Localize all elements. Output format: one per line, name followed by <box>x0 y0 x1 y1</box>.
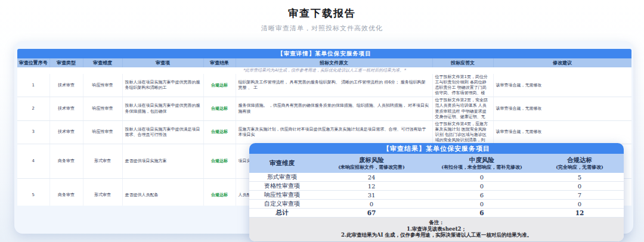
cell-dimension: 总计 <box>249 209 315 218</box>
cell-review-type: 商务审查 <box>49 178 83 206</box>
col-header-mid-risk: 中度风险 (有扣分项，未全部响应，需补充修改) <box>428 154 535 173</box>
details-header-row: 审查位置序号 审查类型 审查维度 审查项 审查结果 招标文件原文 投标应答文 修… <box>17 58 631 67</box>
cell-review-item: 是否提供项目实施方案 <box>122 144 203 179</box>
col-header-seq: 审查位置序号 <box>17 58 49 67</box>
result-note-1: 1.审查详见该表sheet2； <box>249 226 624 232</box>
cell-tender-source: 服务保障措施。 ，供应商具有完善的确保服务质量的保障措施、组织措施、人员招聘措施… <box>236 97 432 120</box>
cell-bid-response: 位于投标文件第1页，岗位分工与职责划分细则 各岗位静态职责分工 明确设置了门岗值… <box>432 74 493 97</box>
result-summary-card: 【审查结果】某单位保安服务项目 审查维度 废标风险 (未响应招标文件，需修改完善… <box>249 143 624 241</box>
col-header-fail-risk-label: 废标风险 <box>317 156 426 165</box>
col-header-compliant: 合规达标 (完全响应，无需修改) <box>535 154 624 173</box>
cell-compliant-count: 5 <box>535 173 624 182</box>
cell-bid-response: 位于投标文件第4页，应急方案及实施计划 医院安全风险识别 包括门诊区域与急诊区域… <box>432 120 493 144</box>
result-row: 响应性审查项 31 6 7 <box>249 191 624 200</box>
col-header-review-type: 审查类型 <box>49 58 83 67</box>
table-row: 3 技术审查 响应性审查 投标人须在项目实施方案中提供满足项目需求、合理且可行性… <box>17 120 631 144</box>
result-note-2: 2.此审查结果为AI 生成，仅作参考用途，实际决策请以人工逐一核对后的结果为准。 <box>249 232 624 238</box>
ai-disclaimer-row: *此审查结果均为AI生成，仅作参考用途，实际优化建议以人工逐一核对后的结果为准。… <box>17 67 631 74</box>
cell-fail-risk-count: 31 <box>315 191 428 200</box>
col-header-bid-response: 投标应答文 <box>432 58 493 67</box>
table-row: 2 技术审查 响应性审查 投标人须在项目实施方案中提供完善的服务保障措施，包括确… <box>17 97 631 120</box>
cell-seq: 2 <box>17 97 49 120</box>
cell-compliant-count: 7 <box>535 191 624 200</box>
result-row: 形式审查项 24 0 5 <box>249 173 624 182</box>
cell-fail-risk-count: 67 <box>315 209 428 218</box>
cell-advice: 该审查项合规，无需修改 <box>493 74 631 97</box>
col-header-mid-risk-label: 中度风险 <box>431 156 533 165</box>
col-header-dimension-label: 审查维度 <box>252 159 312 167</box>
cell-review-result: 合规达标 <box>203 97 236 120</box>
cell-seq: 1 <box>17 74 49 97</box>
result-row: 总计 67 6 12 <box>249 209 624 218</box>
cell-seq: 4 <box>17 144 49 179</box>
cell-bid-response: 位于投标文件第2页，安全防范人员资质与培训体系 人员资质审核流程 中明确要求提交… <box>432 97 493 120</box>
cell-dimension: 形式审查项 <box>249 173 315 182</box>
col-header-review-result: 审查结果 <box>203 58 236 67</box>
cell-review-item: 是否提供人员配备 <box>122 178 203 206</box>
col-header-review-item: 审查项 <box>122 58 203 67</box>
col-header-fail-risk-sub: (未响应招标文件，需修改完善) <box>317 165 426 170</box>
cell-advice: 该审查项合规，无需修改 <box>493 120 631 144</box>
ai-disclaimer-text: *此审查结果均为AI生成，仅作参考用途，实际优化建议以人工逐一核对后的结果为准。… <box>17 67 631 74</box>
table-row: 1 技术审查 响应性审查 投标人须在项目实施方案中提供完善的服务组织架构和清晰的… <box>17 74 631 97</box>
cell-advice: 该审查项合规，无需修改 <box>493 97 631 120</box>
col-header-compliant-sub: (完全响应，无需修改) <box>538 165 621 170</box>
cell-compliant-count: 12 <box>535 209 624 218</box>
page-subtitle: 清晰审查清单，对照投标文件高效优化 <box>0 24 644 33</box>
cell-tender-source: 组织架构及工作管理流程， 具有完善的服务组织架构、 清晰的工作管理流程的 得6分… <box>236 74 432 97</box>
cell-review-dimension: 响应性审查 <box>83 74 122 97</box>
page-header: 审查下载报告 清晰审查清单，对照投标文件高效优化 <box>0 0 644 33</box>
cell-dimension: 资格性审查项 <box>249 182 315 191</box>
cell-seq: 3 <box>17 120 49 144</box>
result-summary-title: 【审查结果】某单位保安服务项目 <box>249 143 624 154</box>
details-table-title: 【审查详情】某单位保安服务项目 <box>17 49 631 58</box>
result-row: 自定义审查项 0 0 0 <box>249 200 624 209</box>
cell-review-result: 合规达标 <box>203 178 236 206</box>
cell-review-item: 投标人须在项目实施方案中提供完善的服务保障措施，包括确保 <box>122 97 203 120</box>
cell-mid-risk-count: 0 <box>428 173 535 182</box>
cell-fail-risk-count: 12 <box>315 182 428 191</box>
cell-dimension: 响应性审查项 <box>249 191 315 200</box>
cell-mid-risk-count: 6 <box>428 209 535 218</box>
cell-review-dimension: 形式审查 <box>83 178 122 206</box>
cell-review-dimension: 形式审查 <box>83 144 122 179</box>
col-header-dimension: 审查维度 <box>249 154 315 173</box>
cell-seq: 5 <box>17 178 49 206</box>
cell-mid-risk-count: 0 <box>428 182 535 191</box>
cell-fail-risk-count: 24 <box>315 173 428 182</box>
result-notes: 备注： 1.审查详见该表sheet2； 2.此审查结果为AI 生成，仅作参考用途… <box>249 218 624 241</box>
result-note-label: 备注： <box>249 219 624 226</box>
result-row: 资格性审查项 12 0 0 <box>249 182 624 191</box>
cell-review-result: 合规达标 <box>203 120 236 144</box>
cell-dimension: 自定义审查项 <box>249 200 315 209</box>
cell-fail-risk-count: 0 <box>315 200 428 209</box>
cell-mid-risk-count: 0 <box>428 200 535 209</box>
col-header-tender-source: 招标文件原文 <box>236 58 432 67</box>
cell-review-type: 技术审查 <box>49 97 83 120</box>
cell-compliant-count: 0 <box>535 182 624 191</box>
col-header-mid-risk-sub: (有扣分项，未全部响应，需补充修改) <box>431 165 533 170</box>
col-header-fail-risk: 废标风险 (未响应招标文件，需修改完善) <box>315 154 428 173</box>
cell-tender-source: 应急方案及实施计划，供应商针对本项目提供应急方案及实施计划满足项目需求、合理、可… <box>236 120 432 144</box>
col-header-advice: 修改建议 <box>493 58 631 67</box>
col-header-review-dimension: 审查维度 <box>83 58 122 67</box>
page-title: 审查下载报告 <box>0 7 644 20</box>
cell-review-item: 投标人须在项目实施方案中提供满足项目需求、合理且可行性强 <box>122 120 203 144</box>
cell-review-result: 合规达标 <box>203 74 236 97</box>
cell-review-type: 商务审查 <box>49 144 83 179</box>
result-header-row: 审查维度 废标风险 (未响应招标文件，需修改完善) 中度风险 (有扣分项，未全部… <box>249 154 624 173</box>
cell-review-item: 投标人须在项目实施方案中提供完善的服务组织架构和清晰的工 <box>122 74 203 97</box>
cell-review-dimension: 响应性审查 <box>83 120 122 144</box>
cell-review-result: 合规达标 <box>203 144 236 179</box>
cell-compliant-count: 0 <box>535 200 624 209</box>
cell-review-type: 技术审查 <box>49 74 83 97</box>
cell-review-dimension: 响应性审查 <box>83 97 122 120</box>
cell-mid-risk-count: 6 <box>428 191 535 200</box>
cell-review-type: 技术审查 <box>49 120 83 144</box>
col-header-compliant-label: 合规达标 <box>538 156 621 165</box>
